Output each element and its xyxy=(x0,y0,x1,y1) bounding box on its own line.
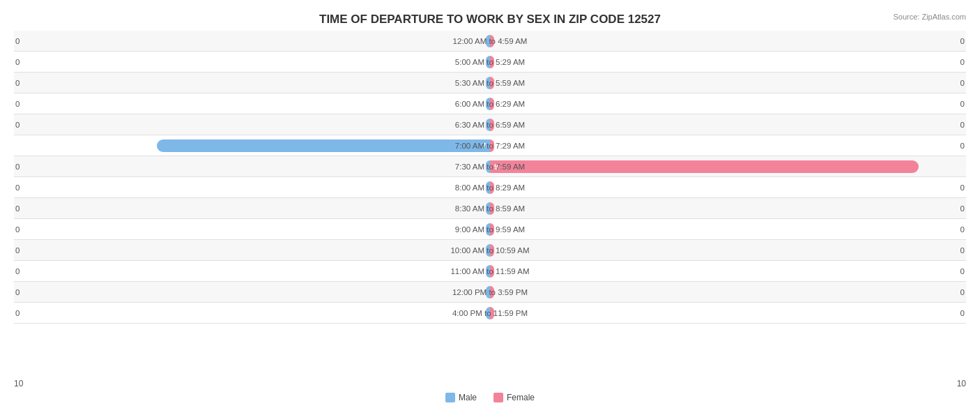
right-value-label: 0 xyxy=(960,121,965,129)
axis-label-left: 10 xyxy=(14,379,23,388)
left-section: 0 xyxy=(14,31,490,51)
right-section: 0 xyxy=(490,135,966,156)
left-section: 0 xyxy=(14,73,490,93)
legend-male-box xyxy=(445,393,455,402)
right-value-label: 0 xyxy=(960,79,965,87)
right-value-label: 0 xyxy=(960,246,965,255)
bar-female xyxy=(490,307,494,319)
left-section: 0 xyxy=(14,198,490,218)
chart-row: 05:30 AM to 5:59 AM0 xyxy=(14,73,966,93)
chart-row: 012:00 PM to 3:59 PM0 xyxy=(14,282,966,303)
source-text: Source: ZipAtlas.com xyxy=(893,13,966,21)
right-section: 0 xyxy=(490,93,966,114)
left-section: 0 xyxy=(14,303,490,323)
left-section: 0 xyxy=(14,261,490,281)
chart-row: 06:00 AM to 6:29 AM0 xyxy=(14,93,966,114)
left-section: 0 xyxy=(14,114,490,135)
bar-female xyxy=(490,35,494,47)
bar-female xyxy=(490,56,494,68)
bar-male-label: 7 xyxy=(482,142,486,150)
chart-row: 08:00 AM to 8:29 AM0 xyxy=(14,177,966,198)
chart-row: 09:00 AM to 9:59 AM0 xyxy=(14,219,966,240)
bar-female xyxy=(490,98,494,110)
right-section: 0 xyxy=(490,282,966,302)
bar-female xyxy=(490,223,494,236)
chart-row: 07:30 AM to 7:59 AM9 xyxy=(14,156,966,177)
chart-row: 04:00 PM to 11:59 PM0 xyxy=(14,303,966,324)
right-section: 0 xyxy=(490,219,966,239)
bar-female xyxy=(490,244,494,257)
bar-female xyxy=(490,77,494,89)
legend-female-box xyxy=(493,393,503,402)
legend-male: Male xyxy=(445,393,477,402)
left-section: 0 xyxy=(14,93,490,114)
left-section: 0 xyxy=(14,240,490,260)
legend-male-label: Male xyxy=(459,393,477,402)
chart-row: 011:00 AM to 11:59 AM0 xyxy=(14,261,966,282)
bar-female xyxy=(490,286,494,299)
axis-label-right: 10 xyxy=(957,379,966,388)
bar-female: 9 xyxy=(490,160,919,173)
right-value-label: 0 xyxy=(960,100,965,108)
right-value-label: 0 xyxy=(960,309,965,317)
chart-container: TIME OF DEPARTURE TO WORK BY SEX IN ZIP … xyxy=(0,0,980,415)
right-section: 0 xyxy=(490,198,966,218)
legend-female-label: Female xyxy=(507,393,535,402)
bar-female-label: 9 xyxy=(494,163,498,171)
right-section: 9 xyxy=(490,156,966,176)
chart-row: 06:30 AM to 6:59 AM0 xyxy=(14,114,966,135)
left-section: 0 xyxy=(14,156,490,176)
chart-area: 012:00 AM to 4:59 AM005:00 AM to 5:29 AM… xyxy=(14,31,966,377)
left-section: 7 xyxy=(14,135,490,156)
right-value-label: 0 xyxy=(960,225,965,234)
right-section: 0 xyxy=(490,240,966,260)
right-value-label: 0 xyxy=(960,267,965,276)
chart-row: 012:00 AM to 4:59 AM0 xyxy=(14,31,966,52)
right-value-label: 0 xyxy=(960,37,965,45)
right-section: 0 xyxy=(490,31,966,51)
chart-row: 77:00 AM to 7:29 AM0 xyxy=(14,135,966,156)
bar-female xyxy=(490,181,494,194)
right-value-label: 0 xyxy=(960,288,965,296)
bar-female xyxy=(490,265,494,278)
right-value-label: 0 xyxy=(960,58,965,66)
right-value-label: 0 xyxy=(960,204,965,213)
chart-row: 010:00 AM to 10:59 AM0 xyxy=(14,240,966,261)
left-section: 0 xyxy=(14,177,490,197)
bar-female xyxy=(490,119,494,131)
right-section: 0 xyxy=(490,177,966,197)
bar-male: 7 xyxy=(157,139,490,152)
right-section: 0 xyxy=(490,261,966,281)
right-value-label: 0 xyxy=(960,183,965,192)
right-section: 0 xyxy=(490,303,966,323)
chart-row: 08:30 AM to 8:59 AM0 xyxy=(14,198,966,219)
bar-female xyxy=(490,202,494,215)
right-value-label: 0 xyxy=(960,142,965,150)
left-section: 0 xyxy=(14,282,490,302)
right-section: 0 xyxy=(490,114,966,135)
left-section: 0 xyxy=(14,219,490,239)
chart-row: 05:00 AM to 5:29 AM0 xyxy=(14,52,966,73)
right-section: 0 xyxy=(490,73,966,93)
chart-title: TIME OF DEPARTURE TO WORK BY SEX IN ZIP … xyxy=(14,13,966,27)
left-section: 0 xyxy=(14,52,490,72)
legend-female: Female xyxy=(493,393,535,402)
legend: Male Female xyxy=(14,393,966,402)
right-section: 0 xyxy=(490,52,966,72)
bar-female xyxy=(490,139,494,152)
